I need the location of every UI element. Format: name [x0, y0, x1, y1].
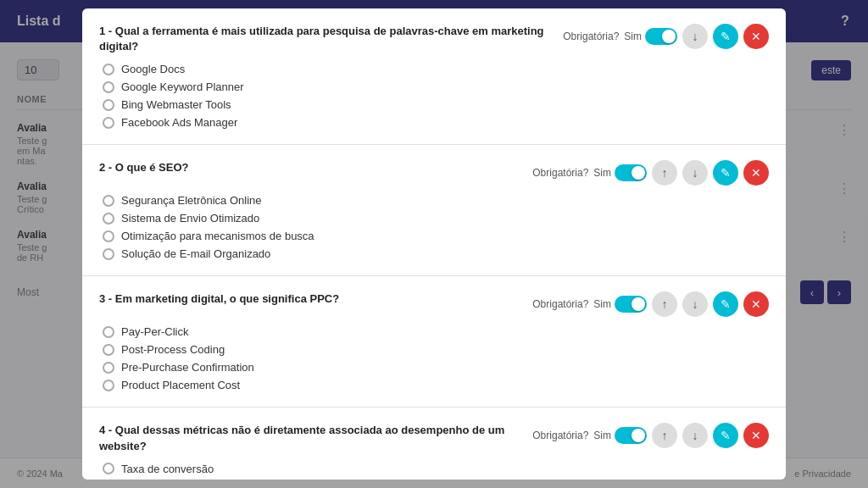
- arrow-up-button-3[interactable]: ↑: [652, 291, 677, 317]
- question-controls-3: Obrigatória?Sim↑↓✎✕: [532, 291, 769, 317]
- toggle-knob-3: [632, 297, 645, 311]
- option-item-3-4[interactable]: Product Placement Cost: [103, 379, 769, 391]
- radio-circle-3-2: [103, 344, 114, 356]
- question-header-4: 4 - Qual dessas métricas não é diretamen…: [99, 423, 769, 453]
- question-controls-1: Obrigatória?Sim↓✎✕: [563, 24, 769, 49]
- sim-label-1: Sim: [624, 30, 642, 42]
- question-title-4: 4 - Qual dessas métricas não é diretamen…: [99, 423, 524, 453]
- option-item-2-2[interactable]: Sistema de Envio Otimizado: [103, 212, 769, 225]
- arrow-down-button-3[interactable]: ↓: [682, 291, 708, 317]
- modal-overlay: 1 - Qual a ferramenta é mais utilizada p…: [0, 0, 868, 488]
- option-label-3-4: Product Placement Cost: [121, 379, 240, 391]
- options-list-1: Google DocsGoogle Keyword PlannerBing We…: [99, 63, 769, 129]
- radio-circle-1-3: [103, 99, 114, 111]
- option-label-2-2: Sistema de Envio Otimizado: [121, 212, 259, 225]
- toggle-container-2: Sim: [593, 164, 647, 181]
- edit-button-2[interactable]: ✎: [713, 160, 738, 186]
- option-item-2-4[interactable]: Solução de E-mail Organizado: [103, 247, 769, 260]
- option-label-1-4: Facebook Ads Manager: [121, 116, 237, 129]
- question-title-2: 2 - O que é SEO?: [99, 160, 524, 175]
- questions-modal[interactable]: 1 - Qual a ferramenta é mais utilizada p…: [82, 8, 786, 480]
- radio-circle-3-4: [103, 380, 114, 391]
- option-item-4-1[interactable]: Taxa de conversão: [103, 463, 769, 475]
- toggle-container-3: Sim: [593, 296, 647, 313]
- option-label-2-1: Segurança Eletrônica Online: [121, 194, 262, 207]
- toggle-container-1: Sim: [624, 28, 677, 45]
- option-label-3-1: Pay-Per-Click: [121, 325, 188, 338]
- edit-button-3[interactable]: ✎: [713, 291, 738, 317]
- delete-button-1[interactable]: ✕: [743, 24, 769, 49]
- radio-circle-2-3: [103, 230, 114, 242]
- delete-button-2[interactable]: ✕: [743, 160, 769, 186]
- option-label-4-1: Taxa de conversão: [121, 463, 214, 475]
- sim-label-4: Sim: [593, 430, 611, 441]
- delete-button-3[interactable]: ✕: [743, 291, 769, 317]
- question-controls-4: Obrigatória?Sim↑↓✎✕: [532, 423, 769, 448]
- option-label-1-3: Bing Webmaster Tools: [121, 98, 231, 111]
- obrigatoria-label-4: Obrigatória?: [532, 430, 588, 441]
- option-item-3-1[interactable]: Pay-Per-Click: [103, 325, 769, 338]
- option-item-1-1[interactable]: Google Docs: [103, 63, 769, 75]
- radio-circle-1-2: [103, 81, 114, 93]
- toggle-knob-2: [632, 166, 645, 180]
- delete-button-4[interactable]: ✕: [743, 423, 769, 448]
- edit-button-4[interactable]: ✎: [713, 423, 738, 448]
- question-header-3: 3 - Em marketing digital, o que signific…: [99, 291, 769, 317]
- toggle-2[interactable]: [615, 164, 647, 181]
- toggle-container-4: Sim: [593, 427, 647, 444]
- option-item-2-3[interactable]: Otimização para mecanismos de busca: [103, 230, 769, 242]
- sim-label-3: Sim: [593, 298, 611, 310]
- toggle-knob-4: [632, 429, 645, 442]
- radio-circle-2-4: [103, 248, 114, 260]
- edit-button-1[interactable]: ✎: [713, 24, 738, 49]
- sim-label-2: Sim: [593, 167, 611, 179]
- radio-circle-4-1: [103, 463, 114, 474]
- radio-circle-1-4: [103, 117, 114, 129]
- obrigatoria-label-1: Obrigatória?: [563, 30, 619, 42]
- obrigatoria-label-2: Obrigatória?: [532, 167, 588, 179]
- question-header-2: 2 - O que é SEO?Obrigatória?Sim↑↓✎✕: [99, 160, 769, 186]
- toggle-knob-1: [662, 30, 676, 43]
- option-label-1-2: Google Keyword Planner: [121, 80, 244, 93]
- option-item-1-2[interactable]: Google Keyword Planner: [103, 80, 769, 93]
- arrow-down-button-2[interactable]: ↓: [682, 160, 708, 186]
- options-list-3: Pay-Per-ClickPost-Process CodingPre-Purc…: [99, 325, 769, 391]
- arrow-up-button-2[interactable]: ↑: [652, 160, 677, 186]
- radio-circle-2-1: [103, 195, 114, 207]
- question-card-2: 2 - O que é SEO?Obrigatória?Sim↑↓✎✕Segur…: [82, 145, 786, 276]
- option-item-3-3[interactable]: Pre-Purchase Confirmation: [103, 361, 769, 374]
- question-title-3: 3 - Em marketing digital, o que signific…: [99, 291, 524, 307]
- toggle-1[interactable]: [645, 28, 677, 45]
- toggle-4[interactable]: [615, 427, 647, 444]
- question-card-3: 3 - Em marketing digital, o que signific…: [82, 276, 786, 408]
- question-card-4: 4 - Qual dessas métricas não é diretamen…: [82, 408, 786, 480]
- radio-circle-3-1: [103, 326, 114, 338]
- arrow-down-button-1[interactable]: ↓: [682, 24, 708, 49]
- option-label-1-1: Google Docs: [121, 63, 185, 75]
- radio-circle-2-2: [103, 213, 114, 225]
- arrow-up-button-4[interactable]: ↑: [652, 423, 677, 448]
- question-controls-2: Obrigatória?Sim↑↓✎✕: [532, 160, 769, 186]
- option-label-3-2: Post-Process Coding: [121, 343, 225, 356]
- radio-circle-1-1: [103, 64, 114, 75]
- option-item-2-1[interactable]: Segurança Eletrônica Online: [103, 194, 769, 207]
- option-label-3-3: Pre-Purchase Confirmation: [121, 361, 254, 374]
- radio-circle-3-3: [103, 362, 114, 374]
- arrow-down-button-4[interactable]: ↓: [682, 423, 708, 448]
- options-list-4: Taxa de conversãoTaxa de rejeiçãoTaxa de…: [99, 463, 769, 480]
- question-header-1: 1 - Qual a ferramenta é mais utilizada p…: [99, 24, 769, 54]
- question-card-1: 1 - Qual a ferramenta é mais utilizada p…: [82, 8, 786, 145]
- obrigatoria-label-3: Obrigatória?: [532, 298, 588, 310]
- option-item-1-3[interactable]: Bing Webmaster Tools: [103, 98, 769, 111]
- option-item-1-4[interactable]: Facebook Ads Manager: [103, 116, 769, 129]
- toggle-3[interactable]: [615, 296, 647, 313]
- option-item-3-2[interactable]: Post-Process Coding: [103, 343, 769, 356]
- option-label-2-4: Solução de E-mail Organizado: [121, 247, 270, 260]
- option-label-2-3: Otimização para mecanismos de busca: [121, 230, 314, 242]
- options-list-2: Segurança Eletrônica OnlineSistema de En…: [99, 194, 769, 260]
- question-title-1: 1 - Qual a ferramenta é mais utilizada p…: [99, 24, 554, 54]
